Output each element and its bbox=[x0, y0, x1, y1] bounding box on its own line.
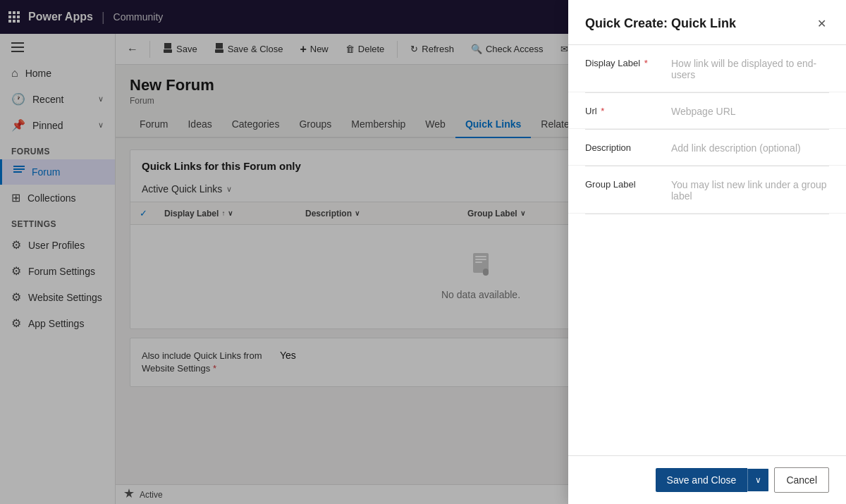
description-field-label: Description bbox=[585, 141, 663, 153]
divider-4 bbox=[585, 214, 829, 214]
display-label-text: Display Label bbox=[585, 58, 640, 68]
cancel-button[interactable]: Cancel bbox=[774, 467, 829, 493]
panel-title: Quick Create: Quick Link bbox=[585, 16, 736, 31]
description-placeholder: Add link description (optional) bbox=[671, 142, 801, 154]
cancel-label: Cancel bbox=[786, 474, 817, 486]
url-field-label: Url * bbox=[585, 104, 663, 116]
group-label-text: Group Label bbox=[585, 179, 636, 190]
group-label-field-label: Group Label bbox=[585, 178, 663, 190]
display-label-input[interactable]: How link will be displayed to end-users bbox=[671, 56, 829, 80]
url-label-text: Url bbox=[585, 106, 597, 116]
save-and-close-button[interactable]: Save and Close bbox=[656, 468, 748, 492]
display-label-required: * bbox=[644, 58, 648, 68]
display-label-placeholder: How link will be displayed to end-users bbox=[671, 58, 816, 80]
panel-footer: Save and Close ∨ Cancel bbox=[568, 455, 846, 504]
description-input[interactable]: Add link description (optional) bbox=[671, 141, 829, 154]
form-row-display-label: Display Label * How link will be display… bbox=[568, 45, 846, 92]
close-icon: ✕ bbox=[817, 18, 826, 30]
save-dropdown-icon: ∨ bbox=[755, 475, 761, 485]
group-label-input[interactable]: You may list new link under a group labe… bbox=[671, 178, 829, 202]
url-placeholder: Webpage URL bbox=[671, 106, 736, 117]
form-row-group-label: Group Label You may list new link under … bbox=[568, 166, 846, 214]
form-row-description: Description Add link description (option… bbox=[568, 130, 846, 166]
save-close-button-group: Save and Close ∨ bbox=[656, 468, 769, 492]
save-and-close-label: Save and Close bbox=[667, 474, 737, 486]
panel-close-button[interactable]: ✕ bbox=[814, 14, 829, 33]
save-close-dropdown-button[interactable]: ∨ bbox=[747, 469, 768, 491]
panel-header: Quick Create: Quick Link ✕ bbox=[568, 0, 846, 45]
url-input[interactable]: Webpage URL bbox=[671, 104, 829, 117]
url-required: * bbox=[601, 106, 604, 116]
description-label-text: Description bbox=[585, 142, 631, 153]
panel-body: Display Label * How link will be display… bbox=[568, 45, 846, 455]
display-label-field-label: Display Label * bbox=[585, 56, 663, 68]
quick-create-panel: Quick Create: Quick Link ✕ Display Label… bbox=[568, 0, 846, 504]
form-row-url: Url * Webpage URL bbox=[568, 93, 846, 129]
group-label-placeholder: You may list new link under a group labe… bbox=[671, 179, 827, 202]
